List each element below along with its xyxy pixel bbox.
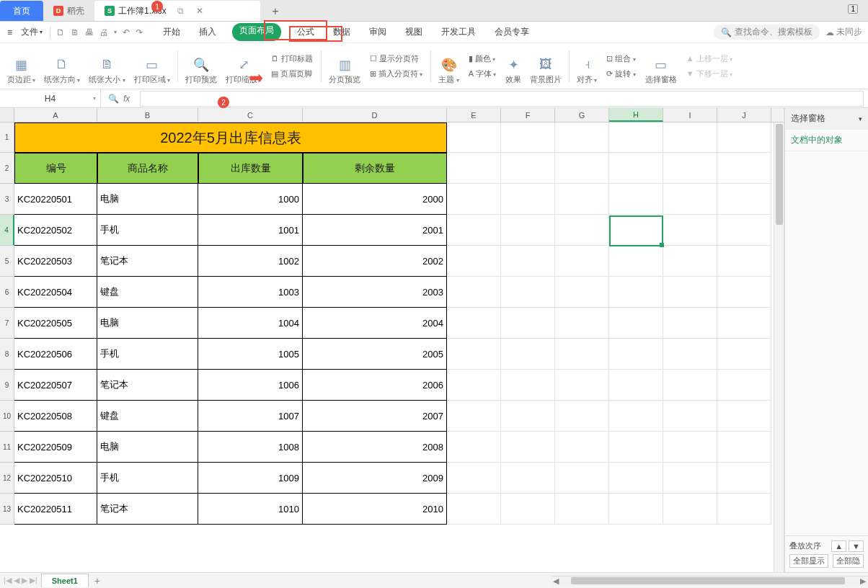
cell[interactable]	[717, 432, 771, 463]
tab-developer[interactable]: 开发工具	[438, 23, 479, 41]
cell[interactable]	[717, 308, 771, 339]
cell[interactable]	[501, 308, 555, 339]
btn-page-break-preview[interactable]: ▥分页预览	[324, 46, 365, 86]
col-header-C[interactable]: C	[198, 108, 303, 122]
tab-page-layout[interactable]: 页面布局	[232, 23, 281, 41]
col-header-E[interactable]: E	[447, 108, 501, 122]
cell[interactable]	[447, 339, 501, 370]
cell[interactable]	[609, 246, 663, 277]
cell[interactable]	[447, 463, 501, 494]
qat-print-icon[interactable]: 🗎	[71, 27, 79, 37]
sheet-nav-next[interactable]: ▶	[22, 576, 27, 585]
cell[interactable]	[447, 494, 501, 525]
cell[interactable]	[447, 401, 501, 432]
data-cell[interactable]: KC20220502	[14, 215, 97, 246]
cell[interactable]	[555, 215, 609, 246]
cell[interactable]	[555, 401, 609, 432]
tab-workbook[interactable]: S 工作簿1.xlsx ⧉ ✕	[94, 1, 260, 21]
cell[interactable]	[609, 401, 663, 432]
cell[interactable]	[555, 308, 609, 339]
hscroll-right[interactable]: ▶	[858, 576, 868, 586]
cell[interactable]	[555, 277, 609, 308]
data-cell[interactable]: KC20220503	[14, 246, 97, 277]
tab-review[interactable]: 审阅	[366, 23, 389, 41]
data-cell[interactable]: 2008	[303, 432, 447, 463]
cell[interactable]	[609, 308, 663, 339]
cell[interactable]	[609, 277, 663, 308]
tab-formula[interactable]: 公式	[294, 23, 317, 41]
name-box[interactable]: H4	[0, 89, 101, 107]
sheet-nav-prev[interactable]: ◀	[14, 576, 19, 585]
data-cell[interactable]: 笔记本	[97, 246, 198, 277]
data-cell[interactable]: 电脑	[97, 432, 198, 463]
cell[interactable]	[501, 122, 555, 153]
data-cell[interactable]: 1006	[198, 370, 303, 401]
btn-margins[interactable]: ▦页边距	[3, 46, 40, 86]
sheet-nav-last[interactable]: ▶|	[30, 576, 37, 585]
btn-paper-size[interactable]: 🗎纸张大小	[84, 46, 129, 86]
cell[interactable]	[717, 339, 771, 370]
tab-view[interactable]: 视图	[402, 23, 425, 41]
data-cell[interactable]: 2005	[303, 339, 447, 370]
cell[interactable]	[663, 215, 717, 246]
data-cell[interactable]: 1003	[198, 277, 303, 308]
cell[interactable]	[555, 153, 609, 184]
data-cell[interactable]: 1010	[198, 494, 303, 525]
qat-save-icon[interactable]: 🗋	[56, 27, 65, 37]
row-header-5[interactable]: 5	[0, 246, 14, 277]
btn-insert-breaks[interactable]: ⊞插入分页符	[367, 66, 425, 81]
cell[interactable]	[501, 370, 555, 401]
cell[interactable]	[717, 494, 771, 525]
cell[interactable]	[663, 308, 717, 339]
data-cell[interactable]: KC20220509	[14, 432, 97, 463]
cell[interactable]	[501, 215, 555, 246]
cell[interactable]	[609, 494, 663, 525]
column-title[interactable]: 出库数量	[198, 153, 303, 184]
cell[interactable]	[609, 432, 663, 463]
cell[interactable]	[447, 215, 501, 246]
row-header-12[interactable]: 12	[0, 463, 14, 494]
column-title[interactable]: 商品名称	[97, 153, 198, 184]
data-cell[interactable]: 2004	[303, 308, 447, 339]
btn-font[interactable]: A字体	[466, 66, 500, 81]
cell[interactable]	[609, 153, 663, 184]
cell[interactable]	[501, 246, 555, 277]
data-cell[interactable]: KC20220504	[14, 277, 97, 308]
expand-fx-icon[interactable]: 🔍	[108, 94, 119, 104]
row-header-6[interactable]: 6	[0, 277, 14, 308]
vertical-scrollbar[interactable]	[774, 122, 784, 572]
cell[interactable]	[501, 339, 555, 370]
data-cell[interactable]: 手机	[97, 215, 198, 246]
cell[interactable]	[663, 184, 717, 215]
column-title[interactable]: 编号	[14, 153, 97, 184]
cell[interactable]	[717, 277, 771, 308]
cell[interactable]	[609, 339, 663, 370]
qat-redo-icon[interactable]: ↷	[136, 27, 143, 37]
cell[interactable]	[717, 463, 771, 494]
data-cell[interactable]: KC20220501	[14, 184, 97, 215]
row-header-3[interactable]: 3	[0, 184, 14, 215]
cell[interactable]	[501, 463, 555, 494]
cell[interactable]	[501, 494, 555, 525]
row-header-11[interactable]: 11	[0, 432, 14, 463]
btn-theme[interactable]: 🎨主题	[434, 46, 463, 86]
formula-input[interactable]	[140, 91, 864, 107]
data-cell[interactable]: 1000	[198, 184, 303, 215]
col-header-A[interactable]: A	[14, 108, 97, 122]
cell[interactable]	[609, 215, 663, 246]
data-cell[interactable]: KC20220506	[14, 339, 97, 370]
data-cell[interactable]: KC20220507	[14, 370, 97, 401]
btn-align[interactable]: ⫞对齐	[572, 46, 601, 86]
btn-orientation[interactable]: 🗋纸张方向	[40, 46, 84, 86]
cell[interactable]	[717, 122, 771, 153]
data-cell[interactable]: 1007	[198, 401, 303, 432]
data-cell[interactable]: 2000	[303, 184, 447, 215]
cell[interactable]	[501, 277, 555, 308]
data-cell[interactable]: 2001	[303, 215, 447, 246]
data-cell[interactable]: 1008	[198, 432, 303, 463]
btn-print-area[interactable]: ▭打印区域	[130, 46, 174, 86]
cell[interactable]	[447, 122, 501, 153]
row-header-8[interactable]: 8	[0, 339, 14, 370]
tab-home[interactable]: 首页	[0, 1, 43, 21]
cell[interactable]	[447, 370, 501, 401]
